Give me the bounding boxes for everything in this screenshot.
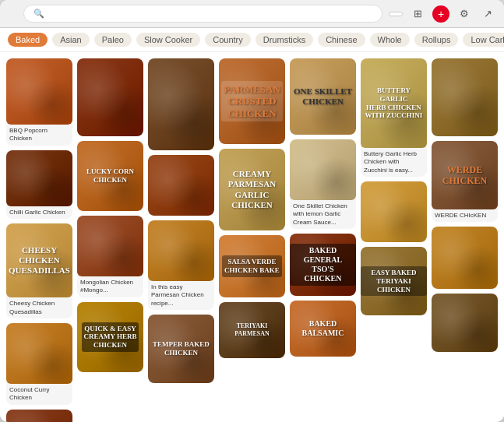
pin-overlay-text-1-1: Lucky Corn Chicken — [84, 165, 136, 187]
browser-chrome: 🔍 ⊞ + ⚙ ↗ — [0, 0, 504, 28]
pin-overlay-text-4-2: BAKED GENERAL TSO'S chicken — [290, 244, 356, 286]
pin-image-0-0 — [6, 58, 72, 125]
pin-image-5-2: Easy Baked Teriyaki Chicken — [361, 247, 427, 315]
content-area: BBQ Popcorn ChickenChilli Garlic Chicken… — [0, 52, 504, 422]
search-bar[interactable]: 🔍 — [23, 5, 382, 23]
filter-tag-whole[interactable]: Whole — [370, 33, 410, 47]
pin-overlay-text-3-1: CREAMY parmesan garlic CHICKEN — [219, 167, 285, 213]
pin-card-5-1[interactable] — [361, 181, 427, 242]
masonry-col-0: BBQ Popcorn ChickenChilli Garlic Chicken… — [6, 58, 72, 422]
pin-card-2-0[interactable] — [148, 58, 214, 150]
masonry-col-3: PARMESAN CRUSTED CHICKENCREAMY parmesan … — [219, 58, 285, 358]
pin-label-0-3: Coconut Curry Chicken — [6, 384, 72, 405]
pin-card-4-1[interactable]: One Skillet Chicken with lemon Garlic Cr… — [290, 139, 356, 229]
pin-card-4-2[interactable]: BAKED GENERAL TSO'S chicken — [290, 234, 356, 296]
masonry-col-2: In this easy Parmesan Chicken recipe...T… — [148, 58, 214, 383]
pin-image-0-4 — [6, 410, 72, 422]
pin-image-6-0 — [432, 58, 498, 136]
pin-image-5-0: BUTTERY GARLIC HERB CHICKEN WITH ZUCCHIN… — [361, 58, 427, 148]
pin-image-4-2: BAKED GENERAL TSO'S chicken — [290, 234, 356, 296]
pin-image-3-0: PARMESAN CRUSTED CHICKEN — [219, 58, 285, 144]
pin-card-3-0[interactable]: PARMESAN CRUSTED CHICKEN — [219, 58, 285, 144]
browser-window: 🔍 ⊞ + ⚙ ↗ BakedAsianPaleoSlow CookerCoun… — [0, 0, 504, 422]
filter-bar: BakedAsianPaleoSlow CookerCountryDrumsti… — [0, 28, 504, 52]
pin-overlay-text-3-2: SALSA VERDE CHICKEN BAKE — [222, 255, 282, 277]
pin-overlay-text-3-3: teriyaki parmesan — [232, 320, 272, 339]
pin-overlay-text-2-3: TEMPER BAKED CHICKEN — [150, 338, 212, 360]
masonry-col-6: WERDE CHIcKENWERDE CHIcKEN — [432, 58, 498, 352]
pin-image-4-0: One Skillet CHICKEN — [290, 58, 356, 135]
pin-image-2-2 — [148, 220, 214, 281]
pin-image-0-3 — [6, 323, 72, 384]
share-icon-btn[interactable]: ↗ — [479, 5, 496, 23]
pin-overlay-text-1-3: QUICK & EASY CREAMY HERB CHICKEN — [82, 322, 139, 352]
pin-overlay-text-0-2: cheesy chicken quesadillas — [6, 243, 72, 279]
pin-label-5-0: Buttery Garlic Herb Chicken with Zucchin… — [361, 148, 427, 177]
pin-image-1-3: QUICK & EASY CREAMY HERB CHICKEN — [77, 302, 143, 372]
pin-card-5-2[interactable]: Easy Baked Teriyaki Chicken — [361, 247, 427, 315]
masonry-col-5: BUTTERY GARLIC HERB CHICKEN WITH ZUCCHIN… — [361, 58, 427, 315]
filter-tag-low-carb[interactable]: Low Carb — [463, 33, 504, 47]
pin-card-6-2[interactable] — [432, 227, 498, 289]
pin-image-4-1 — [290, 139, 356, 200]
pin-card-2-2[interactable]: In this easy Parmesan Chicken recipe... — [148, 220, 214, 310]
settings-icon-btn[interactable]: ⚙ — [456, 5, 473, 23]
filter-tag-paleo[interactable]: Paleo — [94, 33, 132, 47]
pin-overlay-text-5-2: Easy Baked Teriyaki Chicken — [361, 266, 427, 296]
pin-card-4-0[interactable]: One Skillet CHICKEN — [290, 58, 356, 135]
pin-card-2-1[interactable] — [148, 155, 214, 216]
pin-card-5-0[interactable]: BUTTERY GARLIC HERB CHICKEN WITH ZUCCHIN… — [361, 58, 427, 177]
filter-tag-country[interactable]: Country — [205, 33, 251, 47]
pin-card-0-1[interactable]: Chilli Garlic Chicken — [6, 150, 72, 219]
pin-overlay-text-3-0: PARMESAN CRUSTED CHICKEN — [221, 81, 283, 122]
pin-label-4-1: One Skillet Chicken with lemon Garlic Cr… — [290, 200, 356, 229]
pin-label-6-1: WERDE CHIcKEN — [432, 209, 498, 222]
filter-tag-slow-cooker[interactable]: Slow Cooker — [136, 33, 200, 47]
pin-card-0-4[interactable] — [6, 410, 72, 422]
pin-overlay-text-4-3: BAKED BALSAMIC — [300, 317, 347, 340]
pin-image-1-1: Lucky Corn Chicken — [77, 141, 143, 211]
grid-icon-btn[interactable]: ⊞ — [409, 5, 426, 23]
pin-card-1-0[interactable] — [77, 58, 143, 136]
pin-card-6-0[interactable] — [432, 58, 498, 136]
pin-image-2-1 — [148, 155, 214, 216]
pin-overlay-text-5-0: BUTTERY GARLIC HERB CHICKEN WITH ZUCCHIN… — [361, 84, 427, 122]
search-icon: 🔍 — [33, 9, 44, 19]
pin-card-6-3[interactable] — [432, 294, 498, 352]
filter-tag-asian[interactable]: Asian — [52, 33, 90, 47]
masonry-col-1: Lucky Corn ChickenMongolian Chicken #Mon… — [77, 58, 143, 372]
pin-card-3-2[interactable]: SALSA VERDE CHICKEN BAKE — [219, 235, 285, 297]
pin-card-0-3[interactable]: Coconut Curry Chicken — [6, 323, 72, 405]
filter-tag-baked[interactable]: Baked — [8, 33, 48, 47]
pin-image-3-3: teriyaki parmesan — [219, 302, 285, 358]
pin-card-1-1[interactable]: Lucky Corn Chicken — [77, 141, 143, 211]
filter-tag-chinese[interactable]: Chinese — [318, 33, 365, 47]
pin-image-1-0 — [77, 58, 143, 136]
pin-card-0-0[interactable]: BBQ Popcorn Chicken — [6, 58, 72, 146]
pin-label-1-2: Mongolian Chicken #Mongo... — [77, 276, 143, 297]
pin-label-0-2: Cheesy Chicken Quesadillas — [6, 297, 72, 318]
pin-image-4-3: BAKED BALSAMIC — [290, 301, 356, 357]
all-pins-button[interactable] — [389, 12, 403, 16]
pin-card-2-3[interactable]: TEMPER BAKED CHICKEN — [148, 315, 214, 383]
pin-card-0-2[interactable]: cheesy chicken quesadillasCheesy Chicken… — [6, 223, 72, 318]
pin-image-6-3 — [432, 294, 498, 352]
add-icon-btn[interactable]: + — [432, 5, 449, 23]
pin-image-0-2: cheesy chicken quesadillas — [6, 223, 72, 297]
pin-image-3-1: CREAMY parmesan garlic CHICKEN — [219, 149, 285, 230]
pin-card-6-1[interactable]: WERDE CHIcKENWERDE CHIcKEN — [432, 141, 498, 222]
pin-card-3-1[interactable]: CREAMY parmesan garlic CHICKEN — [219, 149, 285, 230]
filter-tag-drumsticks[interactable]: Drumsticks — [256, 33, 313, 47]
pin-card-1-2[interactable]: Mongolian Chicken #Mongo... — [77, 216, 143, 297]
pin-image-1-2 — [77, 216, 143, 276]
masonry-grid: BBQ Popcorn ChickenChilli Garlic Chicken… — [6, 58, 498, 422]
pin-card-3-3[interactable]: teriyaki parmesan — [219, 302, 285, 358]
pin-image-0-1 — [6, 150, 72, 206]
pin-image-2-3: TEMPER BAKED CHICKEN — [148, 315, 214, 383]
filter-tag-rollups[interactable]: Rollups — [414, 33, 459, 47]
pin-label-0-1: Chilli Garlic Chicken — [6, 206, 72, 219]
pin-image-6-2 — [432, 227, 498, 289]
pin-overlay-text-4-0: One Skillet CHICKEN — [291, 84, 354, 109]
pin-card-1-3[interactable]: QUICK & EASY CREAMY HERB CHICKEN — [77, 302, 143, 372]
pin-card-4-3[interactable]: BAKED BALSAMIC — [290, 301, 356, 357]
